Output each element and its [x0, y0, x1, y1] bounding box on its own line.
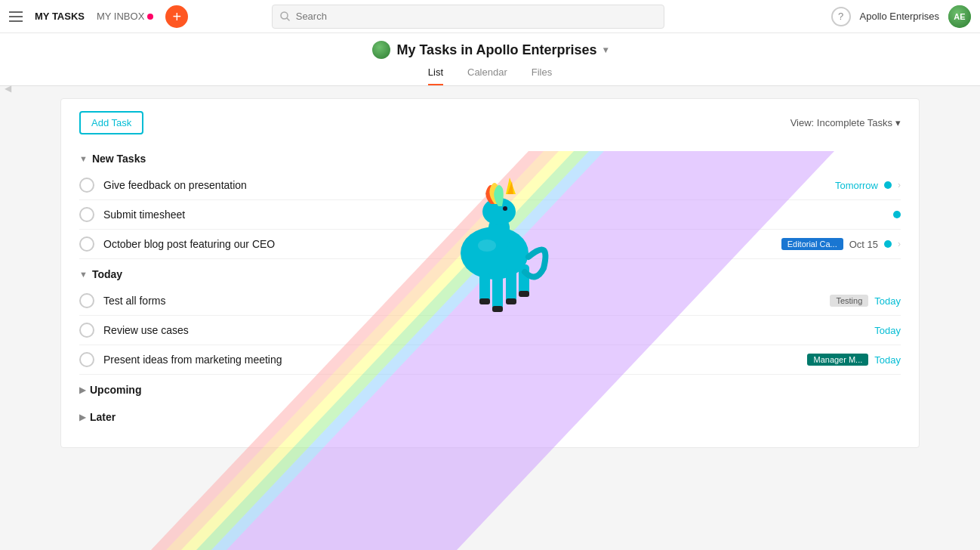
- later-label: Later: [90, 411, 116, 423]
- task-row: Submit timesheet: [79, 200, 901, 230]
- task-date: Tomorrow: [835, 180, 878, 191]
- task-checkbox[interactable]: [79, 352, 94, 367]
- task-dot: [884, 181, 892, 189]
- title-dropdown-arrow[interactable]: ▾: [603, 45, 608, 55]
- search-input[interactable]: [296, 11, 656, 22]
- task-meta: Manager M... Today: [807, 354, 901, 366]
- task-chevron[interactable]: ›: [898, 180, 901, 190]
- add-task-button[interactable]: Add Task: [79, 111, 143, 134]
- task-checkbox[interactable]: [79, 293, 94, 308]
- avatar-image: AE: [948, 5, 971, 28]
- nav-right: ? Apollo Enterprises AE: [831, 5, 972, 28]
- title-avatar: [372, 41, 390, 59]
- task-name: Review use cases: [103, 324, 865, 336]
- task-meta: [893, 211, 901, 218]
- task-meta: Today: [874, 325, 901, 336]
- task-row: Review use cases Today: [79, 316, 901, 345]
- task-date: Today: [874, 295, 901, 307]
- task-meta: Tomorrow ›: [835, 180, 901, 191]
- nav-my-inbox[interactable]: MY INBOX: [97, 11, 153, 22]
- task-name: Test all forms: [103, 295, 821, 307]
- today-label: Today: [92, 268, 122, 280]
- my-inbox-label: MY INBOX: [97, 11, 144, 22]
- task-date: Today: [874, 354, 901, 366]
- subheader: My Tasks in Apollo Enterprises ▾ List Ca…: [0, 33, 980, 86]
- task-date: Today: [874, 325, 901, 336]
- task-checkbox[interactable]: [79, 323, 94, 338]
- tab-calendar[interactable]: Calendar: [467, 66, 507, 85]
- task-meta: Editorial Ca... Oct 15 ›: [781, 238, 901, 250]
- testing-tag[interactable]: Testing: [830, 295, 868, 307]
- task-name: Submit timesheet: [103, 209, 884, 221]
- task-row: Present ideas from marketing meeting Man…: [79, 345, 901, 375]
- svg-line-1: [287, 18, 289, 20]
- new-tasks-collapse-arrow[interactable]: ▼: [79, 154, 88, 163]
- section-later-header: ▶ Later: [79, 402, 901, 429]
- new-tasks-label: New Tasks: [92, 153, 146, 165]
- help-button[interactable]: ?: [831, 7, 851, 26]
- project-tag[interactable]: Editorial Ca...: [781, 238, 843, 250]
- search-icon: [280, 11, 290, 21]
- task-row: Give feedback on presentation Tomorrow ›: [79, 171, 901, 200]
- task-row: October blog post featuring our CEO Edit…: [79, 230, 901, 259]
- view-dropdown[interactable]: View: Incomplete Tasks ▾: [790, 117, 901, 128]
- org-name-label: Apollo Enterprises: [860, 11, 940, 22]
- section-upcoming-header: ▶ Upcoming: [79, 375, 901, 402]
- view-label: View: Incomplete Tasks: [790, 117, 892, 128]
- section-new-tasks-header: ▼ New Tasks: [79, 144, 901, 171]
- sidebar-toggle[interactable]: ◀: [0, 72, 15, 105]
- later-collapse-arrow[interactable]: ▶: [79, 412, 85, 422]
- task-dot: [884, 240, 892, 248]
- tab-list[interactable]: List: [428, 66, 443, 85]
- page-title: My Tasks in Apollo Enterprises ▾: [0, 41, 980, 59]
- task-date: Oct 15: [849, 239, 878, 250]
- search-bar[interactable]: [272, 5, 664, 29]
- project-tag[interactable]: Manager M...: [807, 354, 868, 366]
- nav-left: MY TASKS MY INBOX +: [9, 5, 188, 28]
- add-button[interactable]: +: [165, 5, 188, 28]
- task-toolbar: Add Task View: Incomplete Tasks ▾: [79, 99, 901, 144]
- task-name: October blog post featuring our CEO: [103, 238, 772, 250]
- task-checkbox[interactable]: [79, 178, 94, 193]
- upcoming-label: Upcoming: [90, 384, 141, 396]
- today-collapse-arrow[interactable]: ▼: [79, 270, 88, 279]
- upcoming-collapse-arrow[interactable]: ▶: [79, 385, 85, 395]
- hamburger-menu[interactable]: [9, 11, 23, 22]
- user-avatar[interactable]: AE: [948, 5, 971, 28]
- view-tabs: List Calendar Files: [0, 66, 980, 85]
- page-title-text: My Tasks in Apollo Enterprises: [396, 42, 596, 58]
- task-meta: Testing Today: [830, 295, 901, 307]
- task-panel: Add Task View: Incomplete Tasks ▾ ▼ New …: [60, 98, 920, 448]
- task-checkbox[interactable]: [79, 207, 94, 222]
- main-content: Add Task View: Incomplete Tasks ▾ ▼ New …: [0, 86, 980, 550]
- task-chevron[interactable]: ›: [898, 239, 901, 249]
- task-dot: [893, 211, 901, 218]
- task-row: Test all forms Testing Today: [79, 286, 901, 316]
- nav-my-tasks[interactable]: MY TASKS: [35, 11, 85, 22]
- section-today-header: ▼ Today: [79, 259, 901, 286]
- view-dropdown-arrow: ▾: [895, 117, 901, 128]
- task-name: Present ideas from marketing meeting: [103, 354, 798, 366]
- inbox-notification-dot: [147, 14, 153, 20]
- task-checkbox[interactable]: [79, 236, 94, 252]
- task-name: Give feedback on presentation: [103, 179, 826, 191]
- top-navigation: MY TASKS MY INBOX + ? Apollo Enterprises…: [0, 0, 980, 33]
- tab-files[interactable]: Files: [532, 66, 552, 85]
